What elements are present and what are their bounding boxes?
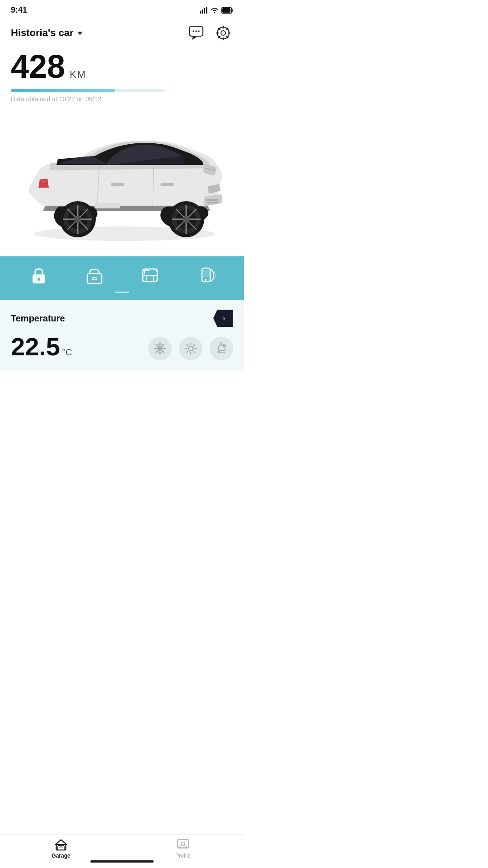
svg-line-70 <box>194 352 195 353</box>
header-action-icons <box>186 23 233 43</box>
trunk-button[interactable] <box>66 265 122 285</box>
svg-rect-46 <box>95 203 120 208</box>
signal-icon <box>200 7 208 14</box>
range-timestamp: Data obtained at 10:22 on 05/12 <box>11 95 233 103</box>
svg-rect-1 <box>202 9 203 14</box>
svg-line-71 <box>194 345 195 346</box>
seat-heat-button[interactable] <box>210 337 233 360</box>
status-time: 9:41 <box>11 5 27 15</box>
control-icons-row <box>0 265 244 285</box>
ac-heat-button[interactable] <box>179 337 202 360</box>
wifi-icon <box>211 7 219 14</box>
svg-point-55 <box>205 279 206 281</box>
svg-line-69 <box>187 345 188 346</box>
window-button[interactable] <box>122 265 178 285</box>
lock-button[interactable] <box>11 265 66 285</box>
range-bar-fill <box>11 89 115 92</box>
svg-point-73 <box>223 344 225 347</box>
svg-point-9 <box>195 30 197 32</box>
temperature-title: Temperature <box>11 313 65 324</box>
temperature-section: Temperature › 22.5 °C <box>0 300 244 371</box>
range-number: 428 <box>11 50 65 83</box>
range-unit: KM <box>70 70 86 80</box>
temperature-value-row: 22.5 °C <box>11 334 233 360</box>
chevron-right-icon: › <box>223 314 225 322</box>
svg-rect-0 <box>200 11 201 14</box>
svg-rect-49 <box>38 279 39 281</box>
message-button[interactable] <box>186 23 206 43</box>
settings-button[interactable] <box>213 23 233 43</box>
control-panel <box>0 256 244 300</box>
range-bar <box>11 89 164 92</box>
svg-rect-6 <box>222 8 230 13</box>
temperature-value: 22.5 <box>11 334 60 359</box>
car-image <box>0 103 244 256</box>
car-title-dropdown[interactable]: Historia's car <box>11 27 83 39</box>
battery-icon <box>221 7 233 14</box>
svg-point-11 <box>221 31 225 35</box>
svg-rect-26 <box>111 183 124 186</box>
dropdown-arrow-icon <box>77 32 83 35</box>
svg-line-72 <box>187 352 188 353</box>
svg-point-4 <box>214 12 216 13</box>
svg-rect-45 <box>206 202 218 203</box>
svg-rect-50 <box>87 274 102 283</box>
header: Historia's car <box>0 19 244 47</box>
status-icons <box>200 7 233 14</box>
svg-point-43 <box>74 216 81 223</box>
ac-cool-button[interactable] <box>148 337 172 360</box>
svg-rect-54 <box>203 270 209 277</box>
status-bar: 9:41 <box>0 0 244 19</box>
car-name-label: Historia's car <box>11 27 74 39</box>
panel-scroll-indicator <box>115 292 129 293</box>
temperature-header: Temperature › <box>11 310 233 327</box>
svg-point-8 <box>192 30 194 32</box>
svg-point-10 <box>198 30 200 32</box>
range-section: 428 KM Data obtained at 10:22 on 05/12 <box>0 47 244 103</box>
svg-point-64 <box>188 346 193 351</box>
svg-rect-27 <box>160 183 174 186</box>
svg-point-35 <box>183 216 190 223</box>
temperature-detail-button[interactable]: › <box>213 310 233 327</box>
svg-rect-2 <box>204 8 205 14</box>
svg-rect-51 <box>93 278 96 280</box>
remote-button[interactable] <box>178 265 233 285</box>
svg-rect-3 <box>206 7 207 14</box>
temperature-mode-icons <box>148 337 233 360</box>
temperature-unit: °C <box>62 347 72 358</box>
svg-rect-44 <box>206 199 218 201</box>
range-value-display: 428 KM <box>11 50 233 83</box>
